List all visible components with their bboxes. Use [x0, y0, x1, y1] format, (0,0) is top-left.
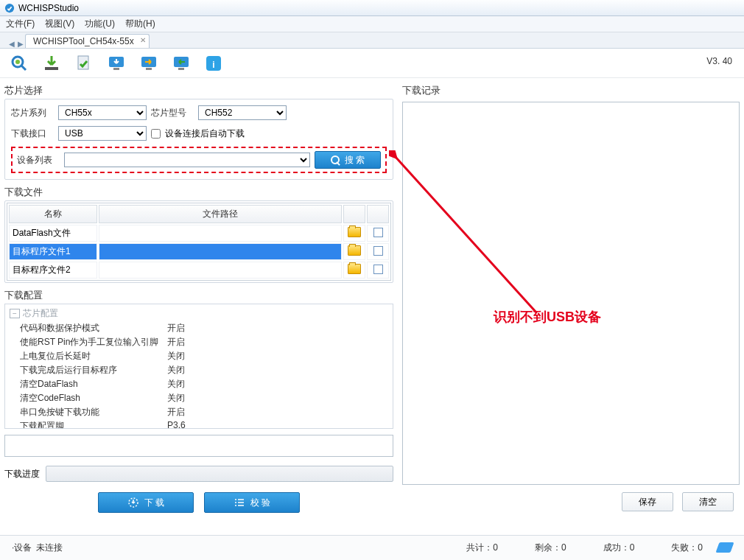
model-select[interactable]: CH552	[198, 105, 287, 120]
auto-download-checkbox[interactable]	[151, 129, 161, 139]
tool-detect[interactable]	[7, 52, 31, 75]
config-title: 下载配置	[4, 287, 393, 304]
tab-prev[interactable]: ◀	[7, 40, 16, 48]
save-button[interactable]: 保存	[622, 492, 673, 511]
config-row[interactable]: 下载配置脚P3.6	[10, 419, 388, 429]
table-row[interactable]: DataFlash文件	[9, 225, 389, 242]
file-checkbox[interactable]	[373, 265, 383, 274]
info-icon: i	[204, 54, 223, 73]
verify-button[interactable]: 校 验	[204, 492, 300, 513]
svg-rect-4	[45, 67, 58, 70]
svg-point-0	[5, 3, 14, 12]
series-select[interactable]: CH55x	[58, 105, 147, 120]
tabstrip: ◀ ▶ WCHISPTool_CH54x-55x ✕	[0, 32, 744, 49]
download-icon	[42, 54, 61, 73]
config-group: 下载配置 −芯片配置 代码和数据保护模式开启使能RST Pin作为手工复位输入引…	[4, 287, 393, 457]
app-icon	[4, 3, 15, 13]
table-row[interactable]: 目标程序文件1	[9, 243, 389, 260]
config-row[interactable]: 代码和数据保护模式开启	[10, 321, 388, 335]
svg-line-2	[21, 66, 26, 70]
search-icon	[331, 155, 340, 164]
tool-verify[interactable]	[72, 52, 96, 75]
menu-function[interactable]: 功能(U)	[85, 18, 115, 30]
tab-main[interactable]: WCHISPTool_CH54x-55x ✕	[25, 34, 150, 48]
status-device-state: 未连接	[36, 542, 63, 554]
config-row[interactable]: 清空CodeFlash关闭	[10, 391, 388, 405]
chip-select-title: 芯片选择	[4, 83, 393, 99]
model-label: 芯片型号	[151, 107, 194, 119]
series-label: 芯片系列	[11, 107, 54, 119]
status-total: 共计：0	[466, 542, 498, 554]
gear-search-icon	[10, 54, 29, 73]
config-textbox[interactable]	[4, 435, 393, 457]
svg-rect-7	[113, 68, 119, 70]
menu-view[interactable]: 视图(V)	[45, 18, 74, 30]
window-title: WCHISPStudio	[18, 3, 79, 13]
status-success: 成功：0	[603, 542, 635, 554]
file-checkbox[interactable]	[373, 228, 383, 237]
log-title: 下载记录	[402, 83, 740, 99]
status-remain: 剩余：0	[535, 542, 566, 554]
tab-close-icon[interactable]: ✕	[140, 36, 146, 44]
device-list-row: 设备列表 搜 索	[11, 147, 387, 173]
titlebar: WCHISPStudio	[0, 0, 744, 16]
files-group: 下载文件 名称 文件路径 DataFlash文件 目标程序文件1	[4, 184, 393, 283]
document-check-icon	[74, 54, 94, 73]
tab-label: WCHISPTool_CH54x-55x	[33, 36, 134, 46]
auto-download-label: 设备连接后自动下载	[165, 127, 245, 140]
tool-download[interactable]	[40, 52, 63, 75]
log-group: 下载记录	[402, 83, 740, 485]
monitor-left-icon	[172, 54, 191, 73]
tool-info[interactable]: i	[202, 52, 225, 75]
config-row[interactable]: 下载完成后运行目标程序关闭	[10, 363, 388, 377]
svg-point-3	[15, 60, 20, 64]
menu-file[interactable]: 文件(F)	[6, 18, 35, 30]
toolbar: i V3. 40	[0, 49, 744, 78]
config-row[interactable]: 使能RST Pin作为手工复位输入引脚开启	[10, 335, 388, 349]
clear-button[interactable]: 清空	[682, 492, 734, 511]
col-name[interactable]: 名称	[9, 205, 97, 223]
menu-help[interactable]: 帮助(H)	[125, 18, 155, 30]
tool-batch-down[interactable]	[105, 52, 128, 75]
file-table: 名称 文件路径 DataFlash文件 目标程序文件1	[7, 203, 391, 281]
svg-text:i: i	[212, 60, 214, 70]
port-select[interactable]: USB	[58, 126, 147, 141]
file-checkbox[interactable]	[373, 246, 383, 256]
search-button[interactable]: 搜 索	[315, 151, 381, 169]
monitor-down-icon	[107, 54, 126, 73]
folder-icon[interactable]	[348, 264, 361, 274]
folder-icon[interactable]	[348, 245, 361, 256]
svg-rect-9	[146, 68, 152, 70]
tab-next[interactable]: ▶	[16, 40, 25, 48]
progress-label: 下载进度	[4, 468, 40, 480]
statusbar: ·设备 未连接 共计：0 剩余：0 成功：0 失败：0	[0, 535, 744, 560]
files-title: 下载文件	[4, 184, 393, 200]
config-row[interactable]: 串口免按键下载功能开启	[10, 405, 388, 419]
progress-bar	[46, 466, 393, 482]
folder-icon[interactable]	[348, 227, 361, 237]
config-list[interactable]: −芯片配置 代码和数据保护模式开启使能RST Pin作为手工复位输入引脚开启上电…	[4, 304, 393, 429]
monitor-right-icon	[139, 54, 158, 73]
status-fail: 失败：0	[671, 542, 703, 554]
status-device-prefix: ·设备	[12, 542, 32, 554]
config-row[interactable]: 清空DataFlash关闭	[10, 377, 388, 391]
tool-batch-left[interactable]	[169, 52, 193, 75]
download-gear-icon	[127, 497, 139, 508]
svg-rect-11	[178, 68, 184, 70]
eraser-icon[interactable]	[715, 542, 734, 553]
col-path[interactable]: 文件路径	[99, 205, 342, 223]
chip-select-group: 芯片选择 芯片系列 CH55x 芯片型号 CH552 下载接口 USB 设备连接…	[4, 83, 393, 180]
port-label: 下载接口	[11, 127, 54, 140]
menubar: 文件(F) 视图(V) 功能(U) 帮助(H)	[0, 16, 744, 32]
version-label: V3. 40	[706, 56, 732, 66]
device-list-select[interactable]	[64, 153, 310, 167]
config-row[interactable]: 上电复位后长延时关闭	[10, 349, 388, 363]
download-button[interactable]: 下 载	[98, 492, 194, 513]
table-row[interactable]: 目标程序文件2	[9, 262, 389, 279]
device-list-label: 设备列表	[17, 154, 60, 167]
log-textarea[interactable]	[402, 102, 740, 485]
tool-batch-right[interactable]	[137, 52, 161, 75]
list-icon	[234, 497, 245, 508]
